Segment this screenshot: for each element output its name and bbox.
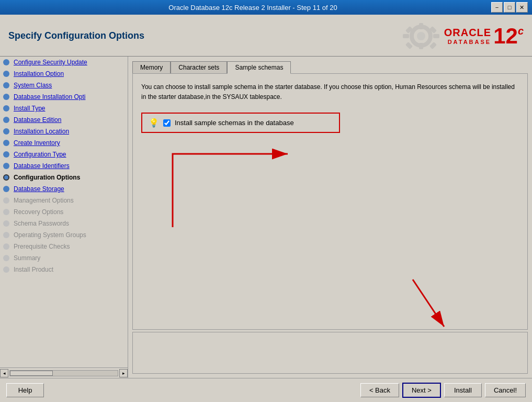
arrows-area — [141, 133, 519, 238]
footer-right: < Back Next > Install Cancel! — [360, 383, 526, 398]
sidebar-item-label: Operating System Groups — [14, 231, 86, 239]
log-panel — [132, 332, 528, 374]
sidebar-item-create-inventory[interactable]: Create Inventory — [0, 137, 128, 149]
sidebar-item-label: Schema Passwords — [14, 220, 69, 227]
gear-icon — [400, 20, 442, 52]
sidebar-item-recovery-options: Recovery Options — [0, 206, 128, 218]
oracle-brand-name: ORACLE — [444, 27, 491, 39]
tab-content-sample-schemas: You can choose to install sample schema … — [132, 73, 528, 330]
sidebar-item-label[interactable]: Configure Security Update — [14, 59, 87, 66]
sidebar-item-label[interactable]: Installation Location — [14, 128, 69, 135]
scroll-thumb[interactable] — [10, 371, 53, 376]
install-sample-schemas-checkbox-area: 💡 Install sample schemas in the database — [141, 113, 340, 133]
scroll-right-button[interactable]: ▸ — [119, 369, 128, 377]
sidebar-scroll[interactable]: Configure Security Update Installation O… — [0, 57, 128, 367]
sidebar-item-installation-option[interactable]: Installation Option — [0, 68, 128, 80]
sidebar-item-label[interactable]: Install Type — [14, 105, 45, 112]
sidebar-dot — [3, 105, 9, 111]
sidebar-dot — [3, 59, 9, 65]
back-button[interactable]: < Back — [360, 383, 399, 397]
svg-rect-5 — [433, 34, 439, 38]
sidebar-horizontal-scrollbar[interactable]: ◂ ▸ — [0, 367, 128, 378]
cancel-button[interactable]: Cancel! — [485, 383, 526, 397]
sidebar-item-database-storage[interactable]: Database Storage — [0, 183, 128, 195]
sidebar-item-label: Recovery Options — [14, 208, 63, 216]
svg-rect-9 — [429, 41, 437, 49]
sidebar-dot — [3, 255, 9, 261]
version-number: 12 — [493, 25, 518, 47]
sidebar-dot — [3, 117, 9, 123]
footer: Help < Back Next > Install Cancel! — [0, 378, 532, 402]
sidebar-item-label[interactable]: Database Installation Opti — [14, 93, 85, 100]
scroll-track[interactable] — [9, 370, 118, 376]
sidebar-item-label[interactable]: Database Edition — [14, 116, 61, 124]
svg-rect-4 — [403, 34, 409, 38]
sidebar-item-system-class[interactable]: System Class — [0, 80, 128, 91]
svg-rect-3 — [419, 43, 423, 49]
main-window: Specify Configuration Options ORACLE — [0, 15, 532, 402]
scroll-left-button[interactable]: ◂ — [0, 369, 8, 377]
maximize-button[interactable]: □ — [504, 2, 515, 13]
next-button[interactable]: Next > — [402, 383, 441, 398]
sidebar-item-label: Management Options — [14, 197, 74, 204]
window-title: Oracle Database 12c Release 2 Installer … — [168, 4, 337, 12]
sidebar-item-database-identifiers[interactable]: Database Identifiers — [0, 160, 128, 172]
sidebar-item-configure-security-update[interactable]: Configure Security Update — [0, 57, 128, 68]
sidebar-item-label: Install Product — [14, 266, 53, 273]
svg-point-1 — [417, 32, 425, 40]
tab-character-sets[interactable]: Character sets — [171, 61, 227, 74]
sidebar-item-operating-system-groups: Operating System Groups — [0, 229, 128, 241]
tab-bar: Memory Character sets Sample schemas — [132, 61, 528, 73]
sidebar-item-management-options: Management Options — [0, 195, 128, 206]
sidebar-dot — [3, 266, 9, 273]
sidebar-dot — [3, 243, 9, 250]
sidebar-item-installation-location[interactable]: Installation Location — [0, 126, 128, 137]
version-suffix: c — [518, 25, 524, 37]
svg-rect-2 — [419, 23, 423, 29]
window-controls: − □ ✕ — [491, 2, 528, 13]
sidebar-item-configuration-type[interactable]: Configuration Type — [0, 149, 128, 160]
sidebar-dot — [3, 220, 9, 227]
minimize-button[interactable]: − — [491, 2, 503, 13]
tab-content-wrapper: You can choose to install sample schema … — [132, 73, 528, 374]
sidebar-dot — [3, 209, 9, 215]
sidebar-dot — [3, 140, 9, 146]
sidebar-dot — [3, 128, 9, 135]
sidebar-item-label[interactable]: System Class — [14, 82, 52, 89]
install-button[interactable]: Install — [444, 383, 482, 397]
close-button[interactable]: ✕ — [516, 2, 528, 13]
tab-sample-schemas[interactable]: Sample schemas — [227, 61, 291, 74]
sidebar-dot — [3, 163, 9, 169]
tab-character-sets-label: Character sets — [178, 64, 219, 71]
sidebar-item-database-edition[interactable]: Database Edition — [0, 114, 128, 126]
sidebar-dot — [3, 71, 9, 77]
install-sample-schemas-label[interactable]: Install sample schemas in the database — [175, 119, 294, 127]
sidebar-item-label[interactable]: Database Storage — [14, 185, 64, 193]
page-title: Specify Configuration Options — [8, 30, 144, 41]
tab-memory[interactable]: Memory — [132, 61, 171, 74]
content-area: Configure Security Update Installation O… — [0, 57, 532, 378]
tab-memory-label: Memory — [140, 64, 163, 71]
sidebar-item-label[interactable]: Create Inventory — [14, 139, 60, 147]
main-panel: Memory Character sets Sample schemas You… — [128, 57, 532, 378]
sidebar-item-label[interactable]: Database Identifiers — [14, 162, 70, 170]
header-left: Specify Configuration Options — [8, 30, 144, 41]
oracle-logo-text: ORACLE DATABASE — [444, 27, 491, 45]
sidebar-item-label[interactable]: Installation Option — [14, 70, 64, 77]
sidebar-item-database-installation-opti[interactable]: Database Installation Opti — [0, 91, 128, 103]
title-bar: Oracle Database 12c Release 2 Installer … — [0, 0, 532, 15]
sidebar-item-prerequisite-checks: Prerequisite Checks — [0, 241, 128, 252]
sidebar-item-configuration-options[interactable]: Configuration Options — [0, 172, 128, 183]
install-sample-schemas-checkbox[interactable] — [163, 119, 171, 127]
description-text: You can choose to install sample schema … — [141, 82, 519, 102]
sidebar-item-install-type[interactable]: Install Type — [0, 103, 128, 114]
header: Specify Configuration Options ORACLE — [0, 15, 532, 57]
sidebar-dot — [3, 232, 9, 238]
help-button[interactable]: Help — [6, 383, 44, 397]
sidebar-dot — [3, 82, 9, 88]
sidebar-item-label[interactable]: Configuration Type — [14, 151, 66, 158]
sidebar-item-install-product: Install Product — [0, 264, 128, 275]
sidebar-item-schema-passwords: Schema Passwords — [0, 218, 128, 229]
version-badge: 12 c — [493, 25, 524, 47]
oracle-product-name: DATABASE — [448, 39, 491, 45]
